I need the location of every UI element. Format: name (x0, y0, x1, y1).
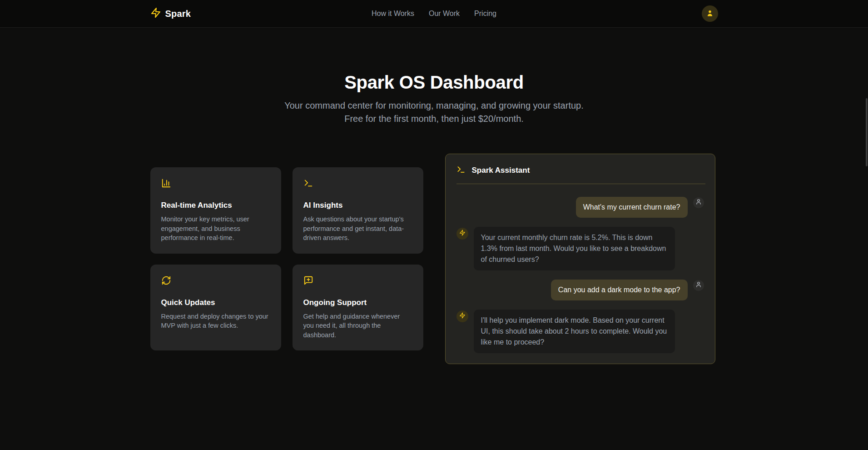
feature-description: Monitor your key metrics, user engagemen… (161, 215, 270, 243)
top-nav: Spark How it Works Our Work Pricing (0, 0, 868, 28)
page-subtitle: Your command center for monitoring, mana… (281, 99, 588, 125)
chat-message-assistant: Your current monthly churn rate is 5.2%.… (456, 227, 704, 270)
feature-card-quick-updates: Quick Updates Request and deploy changes… (150, 265, 281, 351)
nav-link-how-it-works[interactable]: How it Works (372, 10, 414, 18)
user-icon (706, 9, 714, 19)
feature-description: Ask questions about your startup's perfo… (303, 215, 412, 243)
feature-title: Quick Updates (161, 298, 270, 307)
page: Spark How it Works Our Work Pricing Spar… (0, 0, 868, 450)
assistant-panel: Spark Assistant What's my current churn … (445, 154, 715, 364)
user-avatar (693, 280, 704, 291)
user-bubble: Can you add a dark mode to the app? (551, 280, 688, 300)
assistant-bubble: I'll help you implement dark mode. Based… (474, 310, 675, 353)
assistant-avatar (456, 310, 468, 322)
assistant-title: Spark Assistant (472, 166, 530, 175)
feature-description: Get help and guidance whenever you need … (303, 312, 412, 340)
zap-icon (459, 230, 466, 238)
nav-link-our-work[interactable]: Our Work (429, 10, 460, 18)
zap-icon (150, 7, 161, 20)
terminal-icon (303, 178, 412, 190)
feature-title: Real-time Analytics (161, 201, 270, 210)
nav-link-pricing[interactable]: Pricing (474, 10, 496, 18)
feature-grid: Real-time Analytics Monitor your key met… (150, 167, 423, 350)
terminal-icon (456, 165, 466, 176)
feature-description: Request and deploy changes to your MVP w… (161, 312, 270, 330)
assistant-bubble: Your current monthly churn rate is 5.2%.… (474, 227, 675, 270)
page-scrollbar-thumb[interactable] (866, 98, 868, 166)
chat-message-assistant: I'll help you implement dark mode. Based… (456, 310, 704, 353)
nav-links: How it Works Our Work Pricing (372, 10, 496, 18)
chat-message-user: Can you add a dark mode to the app? (456, 280, 704, 300)
page-title: Spark OS Dashboard (0, 72, 868, 93)
assistant-avatar (456, 228, 468, 240)
assistant-messages: What's my current churn rate? Your curre… (446, 184, 715, 367)
nav-container: Spark How it Works Our Work Pricing (150, 0, 718, 27)
message-square-plus-icon (303, 275, 412, 287)
content-row: Real-time Analytics Monitor your key met… (150, 154, 718, 364)
user-bubble: What's my current churn rate? (576, 197, 688, 218)
brand-name: Spark (165, 9, 191, 19)
user-icon (695, 281, 702, 290)
account-avatar-button[interactable] (702, 5, 718, 22)
refresh-icon (161, 275, 270, 287)
feature-title: AI Insights (303, 201, 412, 210)
feature-title: Ongoing Support (303, 298, 412, 307)
bar-chart-icon (161, 178, 270, 190)
assistant-header: Spark Assistant (446, 154, 715, 184)
hero-section: Spark OS Dashboard Your command center f… (0, 28, 868, 125)
user-icon (695, 199, 702, 207)
feature-card-ai-insights: AI Insights Ask questions about your sta… (293, 167, 423, 254)
brand-logo[interactable]: Spark (150, 7, 191, 20)
user-avatar (693, 197, 704, 208)
feature-card-ongoing-support: Ongoing Support Get help and guidance wh… (293, 265, 423, 351)
feature-card-realtime-analytics: Real-time Analytics Monitor your key met… (150, 167, 281, 254)
chat-message-user: What's my current churn rate? (456, 197, 704, 218)
zap-icon (459, 312, 466, 320)
